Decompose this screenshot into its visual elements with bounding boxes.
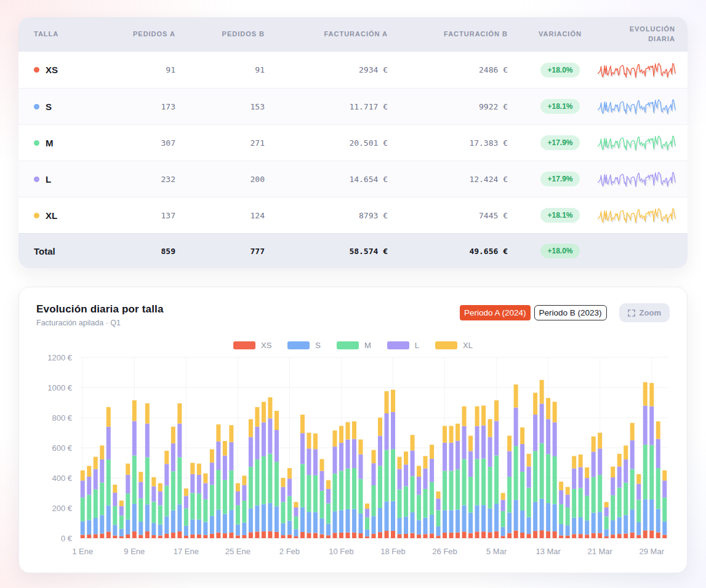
chart-title: Evolución diaria por talla — [36, 303, 164, 316]
column-header-variacion: VARIACIÓN — [523, 30, 597, 39]
table-header-row: TALLA PEDIDOS A PEDIDOS B FACTURACIÓN A … — [18, 17, 688, 52]
facturacion-b-value: 7445 € — [403, 211, 523, 220]
daily-evolution-sparkline — [597, 97, 676, 116]
svg-text:13 Mar: 13 Mar — [536, 547, 561, 556]
pedidos-b-value: 271 — [191, 138, 280, 148]
legend-swatch — [233, 341, 255, 349]
svg-text:1000 €: 1000 € — [47, 383, 73, 392]
variation-badge: +18.0% — [540, 63, 579, 77]
svg-text:600 €: 600 € — [52, 443, 72, 453]
legend-swatch — [287, 341, 310, 349]
expand-icon — [628, 309, 635, 317]
legend-item-xl[interactable]: XL — [435, 341, 473, 350]
svg-text:17 Ene: 17 Ene — [174, 547, 199, 556]
svg-text:18 Feb: 18 Feb — [380, 547, 405, 556]
variation-badge: +17.9% — [540, 172, 579, 186]
table-row[interactable]: XL 137 124 8793 € 7445 € +18.1% — [18, 197, 688, 233]
svg-text:21 Mar: 21 Mar — [587, 547, 612, 556]
table-body: XS 91 91 2934 € 2486 € +18.0% S 173 153 … — [18, 52, 688, 233]
column-header-evolucion-diaria: EVOLUCIÓN DIARIA — [608, 25, 688, 44]
period-a-button[interactable]: Periodo A (2024) — [460, 305, 531, 320]
size-color-dot — [34, 177, 39, 182]
legend-label: XL — [463, 341, 473, 350]
legend-label: XS — [261, 341, 271, 350]
chart-subtitle: Facturación apilada · Q1 — [36, 319, 164, 327]
column-header-talla: TALLA — [18, 30, 123, 39]
daily-evolution-sparkline — [597, 206, 676, 224]
legend-label: L — [415, 341, 419, 350]
svg-text:800 €: 800 € — [52, 413, 72, 423]
total-facturacion-b: 49.656 € — [403, 247, 523, 256]
svg-text:200 €: 200 € — [52, 504, 72, 513]
svg-text:10 Feb: 10 Feb — [329, 547, 353, 556]
table-row[interactable]: M 307 271 20.501 € 17.383 € +17.9% — [18, 124, 688, 161]
table-total-row: Total 859 777 58.574 € 49.656 € +18.0% — [18, 233, 688, 268]
pedidos-a-value: 137 — [123, 211, 191, 220]
svg-text:0 €: 0 € — [61, 534, 73, 543]
legend-item-m[interactable]: M — [337, 341, 371, 350]
svg-text:25 Ene: 25 Ene — [225, 547, 251, 556]
facturacion-a-value: 14.654 € — [280, 175, 403, 184]
size-color-dot — [34, 140, 39, 146]
daily-evolution-sparkline — [597, 61, 676, 79]
pedidos-b-value: 91 — [191, 65, 280, 74]
legend-item-l[interactable]: L — [387, 341, 419, 350]
stacked-bar-chart: 0 €200 €400 €600 €800 €1000 €1200 €1 Ene… — [36, 354, 671, 559]
legend-swatch — [387, 341, 409, 349]
column-header-facturacion-b: FACTURACIÓN B — [403, 30, 523, 39]
pedidos-b-value: 124 — [191, 211, 280, 220]
svg-text:26 Feb: 26 Feb — [432, 547, 457, 556]
facturacion-a-value: 20.501 € — [280, 138, 403, 148]
table-row[interactable]: L 232 200 14.654 € 12.424 € +17.9% — [18, 161, 688, 197]
size-label: L — [46, 174, 51, 185]
size-color-dot — [34, 213, 39, 218]
column-header-pedidos-b: PEDIDOS B — [191, 30, 280, 39]
legend-swatch — [337, 341, 359, 349]
variation-badge: +18.1% — [540, 208, 579, 223]
size-label: S — [46, 101, 52, 112]
pedidos-a-value: 232 — [123, 175, 191, 184]
summary-table-card: TALLA PEDIDOS A PEDIDOS B FACTURACIÓN A … — [18, 17, 688, 268]
variation-badge: +17.9% — [540, 135, 579, 150]
total-pedidos-a: 859 — [123, 247, 191, 256]
table-row[interactable]: XS 91 91 2934 € 2486 € +18.0% — [18, 52, 688, 88]
period-b-button[interactable]: Periodo B (2023) — [534, 305, 607, 320]
facturacion-a-value: 8793 € — [280, 211, 403, 220]
legend-item-s[interactable]: S — [287, 341, 321, 350]
svg-text:2 Feb: 2 Feb — [279, 547, 300, 556]
chart-card: Evolución diaria por talla Facturación a… — [18, 287, 688, 573]
legend-swatch — [435, 341, 457, 349]
facturacion-a-value: 11.717 € — [280, 102, 403, 111]
svg-text:400 €: 400 € — [52, 474, 72, 483]
daily-evolution-sparkline — [597, 170, 676, 188]
svg-text:5 Mar: 5 Mar — [486, 547, 507, 556]
pedidos-a-value: 91 — [123, 65, 191, 74]
total-pedidos-b: 777 — [191, 247, 280, 256]
chart-legend: XSSMLXL — [36, 341, 670, 350]
total-variation-badge: +18.0% — [540, 244, 579, 258]
total-facturacion-a: 58.574 € — [280, 247, 403, 256]
pedidos-b-value: 153 — [191, 102, 280, 111]
svg-text:9 Ene: 9 Ene — [124, 547, 145, 556]
pedidos-a-value: 173 — [123, 102, 191, 111]
facturacion-b-value: 2486 € — [403, 65, 523, 74]
size-color-dot — [34, 104, 39, 109]
zoom-button[interactable]: Zoom — [619, 303, 670, 322]
facturacion-a-value: 2934 € — [280, 65, 403, 74]
svg-text:1200 €: 1200 € — [47, 354, 73, 362]
size-label: M — [46, 138, 54, 148]
facturacion-b-value: 9922 € — [403, 102, 523, 111]
pedidos-a-value: 307 — [123, 138, 191, 148]
daily-evolution-sparkline — [597, 133, 676, 152]
legend-item-xs[interactable]: XS — [233, 341, 271, 350]
variation-badge: +18.1% — [540, 99, 579, 114]
facturacion-b-value: 17.383 € — [403, 138, 523, 148]
size-label: XS — [46, 65, 58, 75]
pedidos-b-value: 200 — [191, 175, 280, 184]
size-color-dot — [34, 67, 39, 73]
column-header-facturacion-a: FACTURACIÓN A — [280, 30, 403, 39]
table-row[interactable]: S 173 153 11.717 € 9922 € +18.1% — [18, 88, 688, 124]
size-label: XL — [46, 210, 57, 221]
total-label: Total — [34, 246, 55, 256]
svg-text:1 Ene: 1 Ene — [72, 547, 93, 556]
